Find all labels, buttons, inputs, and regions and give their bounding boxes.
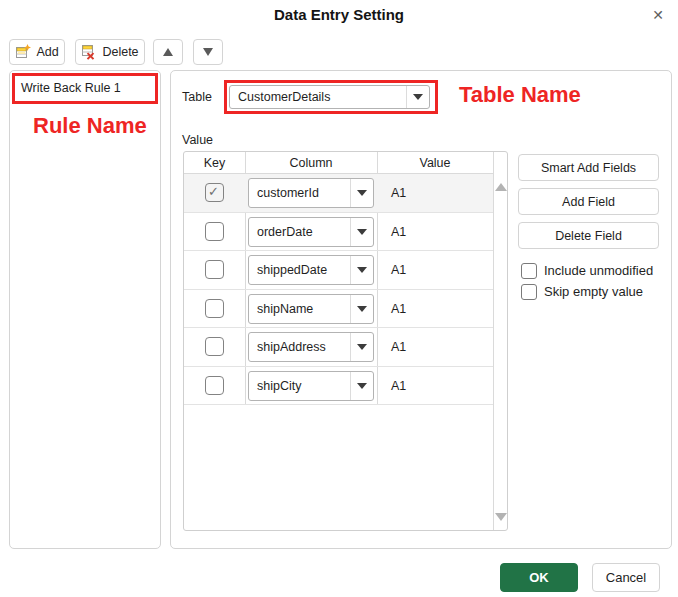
skip-empty-value-checkbox[interactable] xyxy=(521,284,537,300)
table-label: Table xyxy=(182,90,212,104)
skip-empty-value-label: Skip empty value xyxy=(544,284,643,299)
value-cell[interactable]: A1 xyxy=(391,328,406,367)
column-select[interactable]: orderDate xyxy=(248,217,374,247)
rule-list-item[interactable]: Write Back Rule 1 xyxy=(11,76,159,101)
column-select[interactable]: customerId xyxy=(248,178,374,208)
value-cell[interactable]: A1 xyxy=(391,213,406,252)
add-rule-label: Add xyxy=(36,45,58,59)
chevron-down-icon[interactable] xyxy=(350,256,373,284)
cancel-button[interactable]: Cancel xyxy=(592,563,660,592)
grid-header-row: Key Column Value xyxy=(184,152,493,174)
column-select[interactable]: shippedDate xyxy=(248,255,374,285)
key-checkbox[interactable]: ✓ xyxy=(205,222,224,241)
rule-list-panel: Write Back Rule 1 Rule Name xyxy=(9,70,161,549)
rule-detail-panel: Table CustomerDetails Table Name Value K… xyxy=(170,70,672,549)
move-rule-down-button[interactable] xyxy=(193,39,223,65)
arrow-down-icon xyxy=(203,48,213,56)
scroll-up-icon[interactable] xyxy=(495,183,507,191)
add-field-button[interactable]: Add Field xyxy=(518,188,659,215)
column-select-value: orderDate xyxy=(249,225,350,239)
chevron-down-icon[interactable] xyxy=(350,372,373,400)
table-delete-icon xyxy=(81,44,97,60)
value-cell[interactable]: A1 xyxy=(391,174,406,213)
key-checkbox[interactable]: ✓ xyxy=(205,299,224,318)
include-unmodified-checkbox[interactable] xyxy=(521,263,537,279)
include-unmodified-option: Include unmodified xyxy=(521,262,653,279)
key-checkbox[interactable]: ✓ xyxy=(205,260,224,279)
delete-field-button[interactable]: Delete Field xyxy=(518,222,659,249)
column-select[interactable]: shipName xyxy=(248,294,374,324)
field-row: ✓ orderDate A1 xyxy=(184,213,493,252)
value-cell[interactable]: A1 xyxy=(391,367,406,406)
dialog-title: Data Entry Setting xyxy=(0,6,678,23)
table-select-value: CustomerDetails xyxy=(230,90,406,104)
scroll-down-icon[interactable] xyxy=(495,513,507,521)
value-cell[interactable]: A1 xyxy=(391,290,406,329)
rule-name-annotation: Rule Name xyxy=(33,113,147,139)
column-select-value: customerId xyxy=(249,186,350,200)
chevron-down-icon[interactable] xyxy=(350,218,373,246)
titlebar: Data Entry Setting ✕ xyxy=(0,0,678,30)
table-name-annotation: Table Name xyxy=(459,82,581,108)
grid-header-column: Column xyxy=(245,152,377,173)
checkmark-icon: ✓ xyxy=(208,184,219,199)
field-row: ✓ shipName A1 xyxy=(184,290,493,329)
chevron-down-icon[interactable] xyxy=(406,86,429,108)
data-entry-setting-dialog: Data Entry Setting ✕ Add Delete Write Ba… xyxy=(0,0,678,597)
value-section-label: Value xyxy=(182,133,213,147)
key-checkbox[interactable]: ✓ xyxy=(205,183,224,202)
column-select-value: shippedDate xyxy=(249,263,350,277)
skip-empty-value-option: Skip empty value xyxy=(521,283,643,300)
delete-rule-label: Delete xyxy=(102,45,138,59)
value-cell[interactable]: A1 xyxy=(391,251,406,290)
table-add-icon xyxy=(15,44,31,60)
column-select-value: shipCity xyxy=(249,379,350,393)
include-unmodified-label: Include unmodified xyxy=(544,263,653,278)
add-rule-button[interactable]: Add xyxy=(9,39,65,65)
grid-header-value: Value xyxy=(377,152,493,173)
grid-divider xyxy=(493,152,494,530)
column-select[interactable]: shipCity xyxy=(248,371,374,401)
key-checkbox[interactable]: ✓ xyxy=(205,337,224,356)
chevron-down-icon[interactable] xyxy=(350,295,373,323)
field-row: ✓ shippedDate A1 xyxy=(184,251,493,290)
fields-grid: Key Column Value ✓ customerId A1 ✓ order… xyxy=(183,151,508,531)
chevron-down-icon[interactable] xyxy=(350,333,373,361)
grid-header-key: Key xyxy=(184,152,245,173)
arrow-up-icon xyxy=(163,48,173,56)
key-checkbox[interactable]: ✓ xyxy=(205,376,224,395)
chevron-down-icon[interactable] xyxy=(350,179,373,207)
ok-button[interactable]: OK xyxy=(500,563,578,592)
table-select[interactable]: CustomerDetails xyxy=(229,85,430,109)
field-row: ✓ customerId A1 xyxy=(184,174,493,213)
close-icon[interactable]: ✕ xyxy=(648,5,668,25)
move-rule-up-button[interactable] xyxy=(153,39,183,65)
column-select[interactable]: shipAddress xyxy=(248,332,374,362)
delete-rule-button[interactable]: Delete xyxy=(75,39,145,65)
field-row: ✓ shipCity A1 xyxy=(184,367,493,406)
column-select-value: shipName xyxy=(249,302,350,316)
smart-add-fields-button[interactable]: Smart Add Fields xyxy=(518,154,659,181)
field-row: ✓ shipAddress A1 xyxy=(184,328,493,367)
column-select-value: shipAddress xyxy=(249,340,350,354)
